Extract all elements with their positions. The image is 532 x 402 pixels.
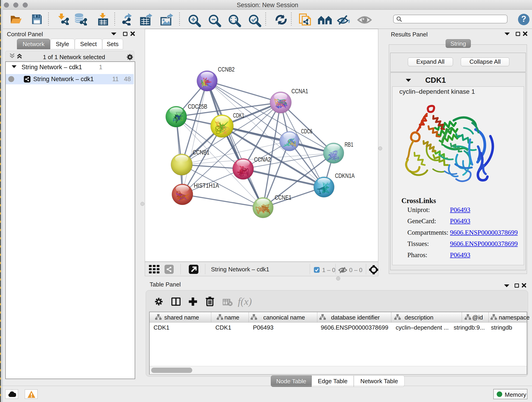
- svg-text:CDC25B: CDC25B: [188, 103, 207, 110]
- svg-text:CDC6: CDC6: [301, 128, 312, 135]
- svg-text:HIST1H1A: HIST1H1A: [194, 182, 219, 189]
- svg-text:CDKN1A: CDKN1A: [335, 172, 355, 179]
- svg-text:CCNB2: CCNB2: [218, 66, 234, 73]
- svg-text:RB1: RB1: [345, 141, 353, 148]
- svg-text:CCNA1: CCNA1: [291, 88, 308, 95]
- svg-text:CCNA2: CCNA2: [254, 156, 271, 163]
- svg-text:CDK1: CDK1: [233, 112, 244, 119]
- svg-text:CCNE1: CCNE1: [275, 194, 291, 201]
- svg-text:CCNB1: CCNB1: [193, 149, 209, 156]
